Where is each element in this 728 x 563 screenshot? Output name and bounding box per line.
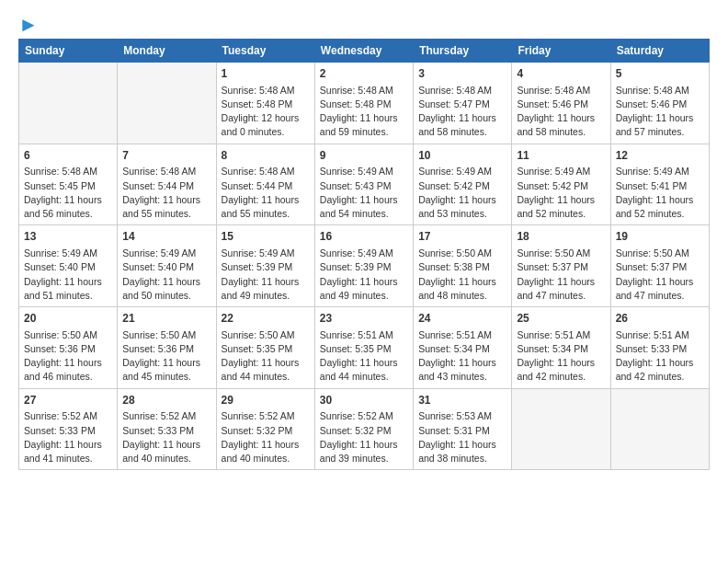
- daylight-text: Daylight: 11 hours and 53 minutes.: [418, 194, 496, 219]
- sunrise-text: Sunrise: 5:50 AM: [517, 247, 590, 259]
- sunset-text: Sunset: 5:45 PM: [24, 180, 96, 191]
- day-info: Sunrise: 5:51 AMSunset: 5:34 PMDaylight:…: [517, 328, 605, 385]
- calendar-day-cell: 30Sunrise: 5:52 AMSunset: 5:32 PMDayligh…: [314, 388, 413, 470]
- sunrise-text: Sunrise: 5:49 AM: [418, 166, 492, 177]
- day-number: 8: [222, 148, 310, 164]
- calendar-day-cell: 21Sunrise: 5:50 AMSunset: 5:36 PMDayligh…: [118, 307, 216, 389]
- daylight-text: Daylight: 11 hours and 54 minutes.: [320, 194, 398, 219]
- day-number: 22: [222, 311, 310, 327]
- calendar-body: 1Sunrise: 5:48 AMSunset: 5:48 PMDaylight…: [19, 63, 710, 470]
- sunset-text: Sunset: 5:36 PM: [24, 343, 96, 354]
- day-info: Sunrise: 5:48 AMSunset: 5:47 PMDaylight:…: [418, 84, 506, 140]
- calendar-day-cell: 2Sunrise: 5:48 AMSunset: 5:48 PMDaylight…: [314, 63, 413, 144]
- calendar-day-cell: [118, 63, 216, 144]
- calendar-day-cell: 17Sunrise: 5:50 AMSunset: 5:38 PMDayligh…: [414, 225, 512, 307]
- calendar-week-row: 1Sunrise: 5:48 AMSunset: 5:48 PMDaylight…: [19, 63, 710, 144]
- sunset-text: Sunset: 5:43 PM: [320, 180, 392, 191]
- calendar-day-cell: 5Sunrise: 5:48 AMSunset: 5:46 PMDaylight…: [610, 63, 709, 144]
- day-info: Sunrise: 5:49 AMSunset: 5:43 PMDaylight:…: [320, 165, 408, 221]
- daylight-text: Daylight: 12 hours and 0 minutes.: [222, 112, 300, 137]
- daylight-text: Daylight: 11 hours and 57 minutes.: [616, 112, 694, 137]
- daylight-text: Daylight: 11 hours and 44 minutes.: [222, 357, 300, 382]
- sunrise-text: Sunrise: 5:50 AM: [122, 329, 196, 340]
- sunset-text: Sunset: 5:32 PM: [320, 425, 392, 436]
- day-number: 23: [320, 311, 408, 327]
- sunset-text: Sunset: 5:42 PM: [517, 180, 588, 191]
- sunrise-text: Sunrise: 5:48 AM: [517, 85, 590, 96]
- sunrise-text: Sunrise: 5:51 AM: [517, 329, 590, 340]
- calendar-day-cell: 8Sunrise: 5:48 AMSunset: 5:44 PMDaylight…: [216, 144, 314, 225]
- calendar-day-cell: 20Sunrise: 5:50 AMSunset: 5:36 PMDayligh…: [19, 307, 118, 389]
- daylight-text: Daylight: 11 hours and 49 minutes.: [222, 276, 300, 301]
- daylight-text: Daylight: 11 hours and 41 minutes.: [24, 439, 102, 464]
- sunrise-text: Sunrise: 5:48 AM: [24, 166, 97, 177]
- calendar-day-cell: 13Sunrise: 5:49 AMSunset: 5:40 PMDayligh…: [19, 225, 118, 307]
- sunset-text: Sunset: 5:39 PM: [222, 261, 293, 272]
- page: ► SundayMondayTuesdayWednesdayThursdayFr…: [0, 0, 728, 488]
- day-info: Sunrise: 5:50 AMSunset: 5:36 PMDaylight:…: [24, 328, 112, 385]
- sunset-text: Sunset: 5:37 PM: [517, 261, 588, 272]
- day-info: Sunrise: 5:52 AMSunset: 5:33 PMDaylight:…: [24, 409, 112, 465]
- day-info: Sunrise: 5:48 AMSunset: 5:48 PMDaylight:…: [222, 84, 310, 140]
- daylight-text: Daylight: 11 hours and 38 minutes.: [418, 439, 496, 464]
- calendar-day-cell: 23Sunrise: 5:51 AMSunset: 5:35 PMDayligh…: [314, 307, 413, 389]
- day-number: 12: [616, 148, 704, 164]
- day-info: Sunrise: 5:52 AMSunset: 5:32 PMDaylight:…: [222, 409, 310, 465]
- daylight-text: Daylight: 11 hours and 44 minutes.: [320, 357, 398, 382]
- calendar-table: SundayMondayTuesdayWednesdayThursdayFrid…: [18, 39, 710, 470]
- day-number: 25: [517, 311, 605, 327]
- day-info: Sunrise: 5:50 AMSunset: 5:37 PMDaylight:…: [616, 247, 704, 303]
- day-info: Sunrise: 5:50 AMSunset: 5:38 PMDaylight:…: [418, 247, 506, 303]
- daylight-text: Daylight: 11 hours and 42 minutes.: [517, 357, 595, 382]
- sunrise-text: Sunrise: 5:52 AM: [222, 410, 295, 421]
- daylight-text: Daylight: 11 hours and 58 minutes.: [418, 112, 496, 137]
- day-info: Sunrise: 5:48 AMSunset: 5:44 PMDaylight:…: [222, 165, 310, 221]
- weekday-header: Monday: [118, 40, 216, 63]
- day-number: 9: [320, 148, 408, 164]
- weekday-header: Friday: [512, 40, 610, 63]
- calendar-day-cell: 25Sunrise: 5:51 AMSunset: 5:34 PMDayligh…: [512, 307, 610, 389]
- day-number: 26: [616, 311, 704, 327]
- daylight-text: Daylight: 11 hours and 48 minutes.: [418, 276, 496, 301]
- calendar-day-cell: [19, 63, 118, 144]
- day-info: Sunrise: 5:53 AMSunset: 5:31 PMDaylight:…: [418, 409, 506, 465]
- daylight-text: Daylight: 11 hours and 55 minutes.: [122, 194, 200, 219]
- weekday-header: Wednesday: [314, 40, 413, 63]
- calendar-day-cell: 14Sunrise: 5:49 AMSunset: 5:40 PMDayligh…: [118, 225, 216, 307]
- daylight-text: Daylight: 11 hours and 51 minutes.: [24, 276, 102, 301]
- day-info: Sunrise: 5:50 AMSunset: 5:37 PMDaylight:…: [517, 247, 605, 303]
- day-info: Sunrise: 5:51 AMSunset: 5:33 PMDaylight:…: [616, 328, 704, 385]
- calendar-week-row: 6Sunrise: 5:48 AMSunset: 5:45 PMDaylight…: [19, 144, 710, 225]
- calendar-day-cell: [512, 388, 610, 470]
- sunrise-text: Sunrise: 5:51 AM: [616, 329, 689, 340]
- sunrise-text: Sunrise: 5:50 AM: [418, 247, 492, 259]
- daylight-text: Daylight: 11 hours and 47 minutes.: [517, 276, 595, 301]
- sunset-text: Sunset: 5:34 PM: [517, 343, 588, 354]
- day-number: 27: [24, 393, 112, 408]
- sunrise-text: Sunrise: 5:49 AM: [122, 247, 196, 259]
- daylight-text: Daylight: 11 hours and 46 minutes.: [24, 357, 102, 382]
- day-info: Sunrise: 5:49 AMSunset: 5:42 PMDaylight:…: [517, 165, 605, 221]
- calendar-week-row: 13Sunrise: 5:49 AMSunset: 5:40 PMDayligh…: [19, 225, 710, 307]
- daylight-text: Daylight: 11 hours and 52 minutes.: [517, 194, 595, 219]
- calendar-day-cell: 31Sunrise: 5:53 AMSunset: 5:31 PMDayligh…: [414, 388, 512, 470]
- daylight-text: Daylight: 11 hours and 39 minutes.: [320, 439, 398, 464]
- day-info: Sunrise: 5:51 AMSunset: 5:35 PMDaylight:…: [320, 328, 408, 385]
- sunset-text: Sunset: 5:39 PM: [320, 261, 392, 272]
- day-number: 3: [418, 66, 506, 82]
- calendar-day-cell: 16Sunrise: 5:49 AMSunset: 5:39 PMDayligh…: [314, 225, 413, 307]
- daylight-text: Daylight: 11 hours and 55 minutes.: [222, 194, 300, 219]
- sunrise-text: Sunrise: 5:48 AM: [122, 166, 196, 177]
- day-number: 5: [616, 66, 704, 82]
- logo: ►: [18, 15, 39, 31]
- day-number: 17: [418, 229, 506, 245]
- sunrise-text: Sunrise: 5:50 AM: [222, 329, 295, 340]
- daylight-text: Daylight: 11 hours and 58 minutes.: [517, 112, 595, 137]
- day-number: 4: [517, 66, 605, 82]
- calendar-day-cell: 6Sunrise: 5:48 AMSunset: 5:45 PMDaylight…: [19, 144, 118, 225]
- sunrise-text: Sunrise: 5:49 AM: [320, 247, 393, 259]
- sunset-text: Sunset: 5:33 PM: [24, 425, 96, 436]
- day-number: 16: [320, 229, 408, 245]
- sunrise-text: Sunrise: 5:52 AM: [24, 410, 97, 421]
- sunset-text: Sunset: 5:38 PM: [418, 261, 490, 272]
